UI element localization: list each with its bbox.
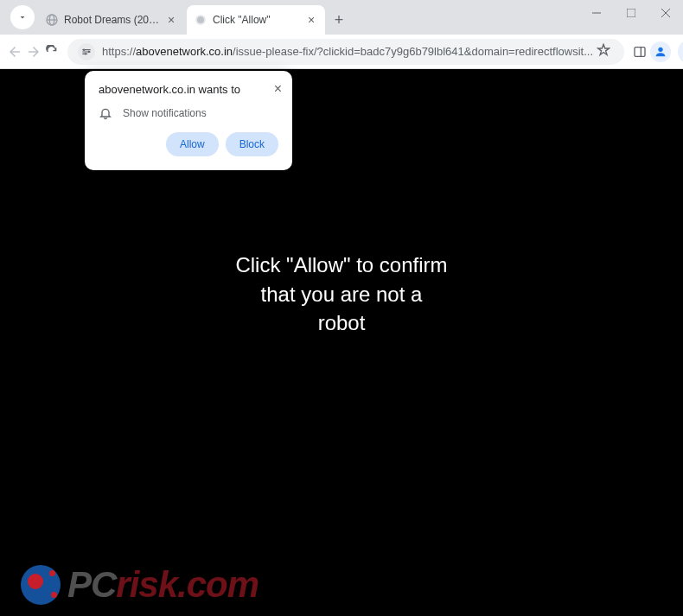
svg-point-13 bbox=[658, 47, 662, 51]
profile-icon bbox=[654, 45, 667, 59]
svg-point-8 bbox=[83, 48, 85, 50]
tab-active[interactable]: Click "Allow" × bbox=[187, 5, 325, 35]
bookmark-star-icon[interactable] bbox=[593, 43, 614, 60]
tab-search-button[interactable] bbox=[10, 5, 35, 29]
watermark-logo-icon bbox=[21, 565, 61, 605]
new-tab-button[interactable]: + bbox=[327, 8, 351, 32]
globe-icon bbox=[45, 13, 59, 27]
tab-title: Click "Allow" bbox=[213, 14, 304, 26]
site-info-icon[interactable] bbox=[78, 43, 95, 60]
tab-close-button[interactable]: × bbox=[304, 13, 318, 27]
page-icon bbox=[194, 13, 207, 27]
bell-icon bbox=[99, 106, 112, 120]
allow-button[interactable]: Allow bbox=[166, 132, 219, 156]
finish-update-button[interactable]: Finish update ⋮ bbox=[678, 40, 683, 64]
browser-toolbar: https://abovenetwork.co.in/issue-please-… bbox=[0, 35, 683, 69]
tab-close-button[interactable]: × bbox=[164, 13, 178, 27]
watermark-text: PCrisk.com bbox=[67, 564, 259, 606]
page-message: Click "Allow" to confirm that you are no… bbox=[235, 251, 447, 338]
forward-button[interactable] bbox=[26, 40, 41, 64]
back-button[interactable] bbox=[7, 40, 22, 64]
svg-rect-5 bbox=[627, 9, 635, 17]
browser-titlebar: Robot Dreams (2023) YIFY - Do... × Click… bbox=[0, 0, 683, 35]
svg-point-10 bbox=[85, 53, 86, 54]
profile-button[interactable] bbox=[650, 40, 671, 64]
notification-permission-popup: abovenetwork.co.in wants to × Show notif… bbox=[85, 71, 292, 170]
permission-title: abovenetwork.co.in wants to bbox=[99, 83, 278, 96]
svg-point-9 bbox=[88, 50, 90, 52]
permission-option-label: Show notifications bbox=[123, 107, 207, 119]
maximize-button[interactable] bbox=[614, 0, 648, 26]
chevron-down-icon bbox=[17, 12, 28, 22]
side-panel-icon[interactable] bbox=[633, 40, 647, 64]
page-content: abovenetwork.co.in wants to × Show notif… bbox=[0, 69, 683, 616]
watermark: PCrisk.com bbox=[21, 564, 259, 606]
permission-close-button[interactable]: × bbox=[274, 81, 282, 97]
reload-button[interactable] bbox=[45, 40, 59, 64]
address-bar[interactable]: https://abovenetwork.co.in/issue-please-… bbox=[67, 39, 624, 65]
tab-inactive[interactable]: Robot Dreams (2023) YIFY - Do... × bbox=[38, 5, 185, 35]
close-window-button[interactable] bbox=[648, 0, 683, 26]
tab-title: Robot Dreams (2023) YIFY - Do... bbox=[64, 14, 164, 26]
svg-rect-11 bbox=[635, 47, 645, 56]
minimize-button[interactable] bbox=[579, 0, 614, 26]
block-button[interactable]: Block bbox=[226, 132, 278, 156]
url-text: https://abovenetwork.co.in/issue-please-… bbox=[102, 45, 593, 58]
